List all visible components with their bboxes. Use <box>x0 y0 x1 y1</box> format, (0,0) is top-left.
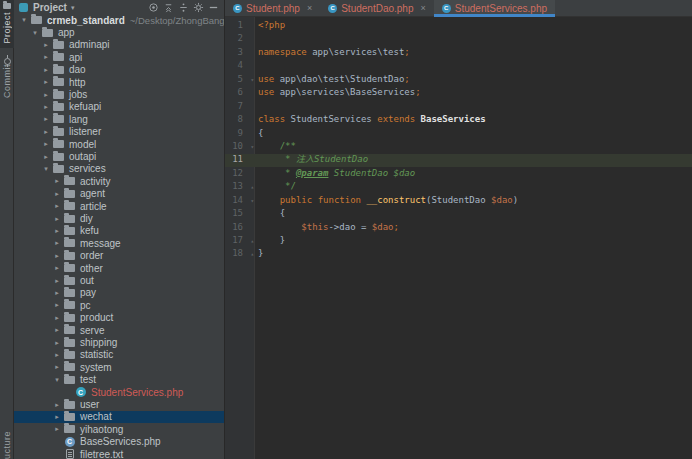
chevron-collapsed-icon[interactable]: ▸ <box>42 41 50 49</box>
tree-item-pay[interactable]: ▸pay <box>14 287 224 299</box>
chevron-collapsed-icon[interactable]: ▸ <box>53 413 61 421</box>
tree-item-statistic[interactable]: ▸statistic <box>14 349 224 361</box>
fold-expanded-icon[interactable]: ▾ <box>250 73 254 86</box>
expand-all-icon[interactable] <box>162 2 175 14</box>
tree-item-kefuapi[interactable]: ▸kefuapi <box>14 101 224 113</box>
chevron-collapsed-icon[interactable]: ▸ <box>53 252 61 260</box>
chevron-collapsed-icon[interactable]: ▸ <box>53 425 61 433</box>
tree-item-studentservices-php[interactable]: CStudentServices.php <box>14 386 224 398</box>
chevron-collapsed-icon[interactable]: ▸ <box>42 115 50 123</box>
chevron-expanded-icon[interactable]: ▾ <box>31 29 39 37</box>
chevron-collapsed-icon[interactable]: ▸ <box>53 202 61 210</box>
tree-item-crmeb-standard[interactable]: ▾crmeb_standard~/Desktop/ZhongBang/crmeb <box>14 14 224 26</box>
chevron-collapsed-icon[interactable]: ▸ <box>42 128 50 136</box>
tree-item-pc[interactable]: ▸pc <box>14 299 224 311</box>
hide-panel-icon[interactable] <box>207 2 220 14</box>
tree-item-kefu[interactable]: ▸kefu <box>14 225 224 237</box>
tree-item-model[interactable]: ▸model <box>14 138 224 150</box>
tree-item-test[interactable]: ▾test <box>14 374 224 386</box>
tree-item-listener[interactable]: ▸listener <box>14 126 224 138</box>
chevron-collapsed-icon[interactable]: ▸ <box>53 314 61 322</box>
tree-item-label: article <box>80 201 107 212</box>
tree-item-article[interactable]: ▸article <box>14 200 224 212</box>
tree-item-outapi[interactable]: ▸outapi <box>14 150 224 162</box>
tree-item-app[interactable]: ▾app <box>14 26 224 38</box>
tree-item-http[interactable]: ▸http <box>14 76 224 88</box>
line-number: 3 <box>238 46 243 59</box>
chevron-expanded-icon[interactable]: ▾ <box>20 16 28 24</box>
fold-end-icon[interactable]: ▴ <box>250 234 254 247</box>
code-editor[interactable]: 12345▾678910▾111213▴14▾151617▴18▴ <?phpn… <box>225 17 692 459</box>
tree-item-user[interactable]: ▸user <box>14 398 224 410</box>
chevron-collapsed-icon[interactable]: ▸ <box>42 78 50 86</box>
code-line-1: <?php <box>258 19 692 32</box>
fold-end-icon[interactable]: ▴ <box>250 180 254 193</box>
tree-item-agent[interactable]: ▸agent <box>14 188 224 200</box>
close-icon[interactable]: × <box>420 3 425 13</box>
stripe-button-structure[interactable]: Structure <box>0 428 14 459</box>
stripe-button-project[interactable]: Project <box>0 0 14 48</box>
chevron-collapsed-icon[interactable]: ▸ <box>53 277 61 285</box>
chevron-collapsed-icon[interactable]: ▸ <box>53 227 61 235</box>
tree-item-dao[interactable]: ▸dao <box>14 64 224 76</box>
tree-item-shipping[interactable]: ▸shipping <box>14 336 224 348</box>
chevron-collapsed-icon[interactable]: ▸ <box>53 301 61 309</box>
chevron-expanded-icon[interactable]: ▾ <box>42 165 50 173</box>
chevron-collapsed-icon[interactable]: ▸ <box>42 153 50 161</box>
stripe-button-commit[interactable]: Commit <box>0 52 14 98</box>
chevron-collapsed-icon[interactable]: ▸ <box>53 264 61 272</box>
chevron-collapsed-icon[interactable]: ▸ <box>53 401 61 409</box>
folder-icon <box>53 165 64 173</box>
tree-item-product[interactable]: ▸product <box>14 312 224 324</box>
chevron-collapsed-icon[interactable]: ▸ <box>42 91 50 99</box>
chevron-collapsed-icon[interactable]: ▸ <box>53 215 61 223</box>
editor-tab-student-php[interactable]: CStudent.php× <box>225 0 320 16</box>
chevron-collapsed-icon[interactable]: ▸ <box>53 339 61 347</box>
tree-item-lang[interactable]: ▸lang <box>14 113 224 125</box>
tree-item-other[interactable]: ▸other <box>14 262 224 274</box>
project-panel-title: Project <box>33 2 67 13</box>
locate-file-icon[interactable] <box>147 2 160 14</box>
chevron-expanded-icon[interactable]: ▾ <box>53 376 61 384</box>
fold-end-icon[interactable]: ▴ <box>250 247 254 260</box>
tree-item-yihaotong[interactable]: ▸yihaotong <box>14 423 224 435</box>
chevron-collapsed-icon[interactable]: ▸ <box>53 289 61 297</box>
tree-item-baseservices-php[interactable]: CBaseServices.php <box>14 436 224 448</box>
tree-item-order[interactable]: ▸order <box>14 250 224 262</box>
chevron-collapsed-icon[interactable]: ▸ <box>53 190 61 198</box>
editor-code-area[interactable]: <?phpnamespace app\services\test;use app… <box>258 19 692 261</box>
code-line-10: /** <box>258 140 692 153</box>
tree-item-system[interactable]: ▸system <box>14 361 224 373</box>
chevron-collapsed-icon[interactable]: ▸ <box>53 326 61 334</box>
tree-item-message[interactable]: ▸message <box>14 237 224 249</box>
chevron-collapsed-icon[interactable]: ▸ <box>53 239 61 247</box>
chevron-collapsed-icon[interactable]: ▸ <box>42 66 50 74</box>
tree-item-services[interactable]: ▾services <box>14 163 224 175</box>
gutter-line: 18▴ <box>225 247 255 260</box>
tree-item-filetree-txt[interactable]: filetree.txt <box>14 448 224 459</box>
tree-item-serve[interactable]: ▸serve <box>14 324 224 336</box>
tree-item-diy[interactable]: ▸diy <box>14 212 224 224</box>
chevron-collapsed-icon[interactable]: ▸ <box>53 351 61 359</box>
chevron-collapsed-icon[interactable]: ▸ <box>53 177 61 185</box>
tree-item-jobs[interactable]: ▸jobs <box>14 88 224 100</box>
chevron-collapsed-icon[interactable]: ▸ <box>53 363 61 371</box>
chevron-collapsed-icon[interactable]: ▸ <box>42 53 50 61</box>
editor-tab-studentservices-php[interactable]: CStudentServices.php <box>434 0 555 16</box>
settings-gear-icon[interactable] <box>192 2 205 14</box>
fold-expanded-icon[interactable]: ▾ <box>250 140 254 153</box>
tree-item-out[interactable]: ▸out <box>14 274 224 286</box>
gutter-line: 14▾ <box>225 194 255 207</box>
collapse-all-icon[interactable] <box>177 2 190 14</box>
tree-item-adminapi[interactable]: ▸adminapi <box>14 39 224 51</box>
chevron-collapsed-icon[interactable]: ▸ <box>42 103 50 111</box>
fold-expanded-icon[interactable]: ▾ <box>250 194 254 207</box>
chevron-down-icon[interactable]: ▾ <box>71 4 75 12</box>
chevron-collapsed-icon[interactable]: ▸ <box>42 140 50 148</box>
folder-icon <box>53 91 64 99</box>
tree-item-activity[interactable]: ▸activity <box>14 175 224 187</box>
editor-tab-studentdao-php[interactable]: CStudentDao.php× <box>320 0 434 16</box>
tree-item-wechat[interactable]: ▸wechat <box>14 411 224 423</box>
close-icon[interactable]: × <box>307 3 312 13</box>
tree-item-api[interactable]: ▸api <box>14 51 224 63</box>
